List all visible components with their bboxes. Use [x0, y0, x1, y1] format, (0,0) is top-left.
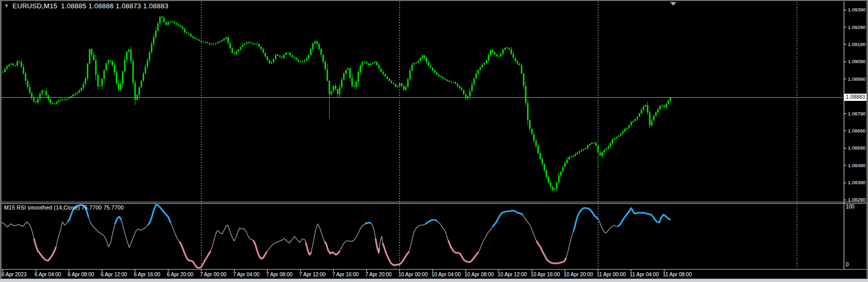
candle-body [79, 91, 80, 93]
rsi-line-blue-segment [574, 208, 598, 231]
price-axis-label: 1.08590 [848, 145, 865, 151]
candle-body [448, 81, 450, 82]
candle-body [85, 79, 86, 84]
candle-body [399, 83, 400, 86]
candle-body [10, 64, 12, 65]
candle-body [527, 103, 529, 120]
candle-body [52, 103, 53, 104]
candle-body [620, 133, 622, 136]
candle-body [291, 55, 293, 57]
candle-body [417, 61, 419, 63]
candle-body [405, 87, 407, 90]
candle-body [37, 99, 39, 103]
candle-body [29, 87, 30, 93]
candle-body [60, 100, 61, 101]
candle-body [486, 61, 487, 63]
candle-body [657, 109, 659, 113]
candle-body [23, 67, 24, 73]
candle-body [463, 90, 464, 94]
candle-body [236, 52, 237, 54]
candle-body [595, 143, 597, 145]
candle-body [593, 143, 595, 143]
candle-body [14, 65, 16, 66]
candle-body [163, 18, 165, 22]
rsi-line-layer [0, 205, 670, 268]
candle-body [541, 159, 543, 165]
candle-body [211, 44, 212, 44]
candle-body [76, 93, 78, 94]
candle-body [591, 143, 593, 144]
candle-body [639, 113, 640, 117]
candle-body [194, 38, 196, 39]
candle-body [349, 68, 351, 78]
candle-body [465, 94, 467, 98]
mt4-chart-window: 1.093901.092901.091901.090901.089901.087… [0, 0, 868, 282]
candle-body [581, 150, 582, 151]
candle-body [130, 50, 132, 61]
candle-body [436, 72, 438, 75]
candle-body [459, 86, 460, 88]
candle-body [358, 72, 359, 82]
candle-body [556, 183, 557, 188]
time-axis[interactable]: 6 Apr 20236 Apr 04:006 Apr 08:006 Apr 12… [2, 270, 692, 277]
candle-body [525, 86, 526, 103]
candlesticks-layer[interactable] [2, 16, 671, 192]
candle-body [285, 53, 287, 54]
day-separator-lines [202, 2, 797, 269]
candle-body [314, 41, 316, 43]
candle-body [72, 95, 74, 96]
candle-body [471, 84, 473, 91]
rsi-line-blue-segment [148, 205, 171, 225]
dropdown-triangle-icon[interactable]: ▼ [4, 4, 9, 8]
candle-body [585, 148, 586, 149]
candle-body [626, 128, 628, 129]
candle-body [572, 156, 574, 157]
candle-body [566, 159, 568, 163]
candle-body [267, 56, 268, 60]
candle-body [395, 84, 396, 86]
candle-body [2, 72, 4, 72]
candle-body [355, 82, 357, 87]
rsi-line-pink-segment [383, 244, 409, 265]
chart-title: ▼ EURUSD,M15 1.08885 1.08886 1.08873 1.0… [4, 2, 168, 10]
candle-body [391, 81, 392, 83]
candle-body [6, 66, 8, 69]
window-bottom-strip [0, 278, 868, 282]
time-axis-label: 10 Apr 04:00 [431, 272, 461, 277]
candle-body [95, 60, 97, 75]
candle-body [165, 22, 167, 25]
candle-body [238, 49, 239, 51]
candle-body [461, 88, 462, 90]
time-axis-label: 7 Apr 04:00 [233, 272, 260, 277]
candle-body [215, 43, 216, 44]
candle-body [409, 70, 411, 79]
price-axis[interactable]: 1.093901.092901.091901.090901.089901.087… [844, 7, 865, 202]
price-axis-label: 1.09090 [848, 58, 865, 64]
candle-body [622, 131, 624, 133]
candle-body [529, 120, 531, 129]
rsi-line-pink-segment [180, 242, 210, 268]
candle-body [562, 167, 564, 171]
candle-body [120, 84, 121, 90]
candle-body [438, 75, 440, 76]
chart-canvas[interactable]: 1.093901.092901.091901.090901.089901.087… [0, 0, 868, 282]
candle-body [12, 64, 14, 65]
candle-body [397, 86, 398, 86]
time-axis-label: 6 Apr 2023 [2, 272, 27, 277]
candle-body [45, 91, 47, 95]
candle-body [306, 58, 307, 61]
candle-body [420, 58, 421, 61]
candle-body [93, 55, 95, 61]
price-axis-label: 1.08990 [848, 76, 865, 82]
candle-body [444, 79, 446, 80]
candle-body [484, 63, 485, 65]
chart-shift-marker-icon[interactable] [670, 2, 676, 6]
candle-body [114, 65, 115, 72]
candle-body [322, 55, 324, 62]
candle-body [637, 117, 638, 119]
candle-body [523, 73, 524, 85]
candle-body [653, 116, 655, 121]
candle-body [153, 37, 154, 44]
candle-body [513, 54, 514, 58]
candle-body [225, 37, 227, 39]
